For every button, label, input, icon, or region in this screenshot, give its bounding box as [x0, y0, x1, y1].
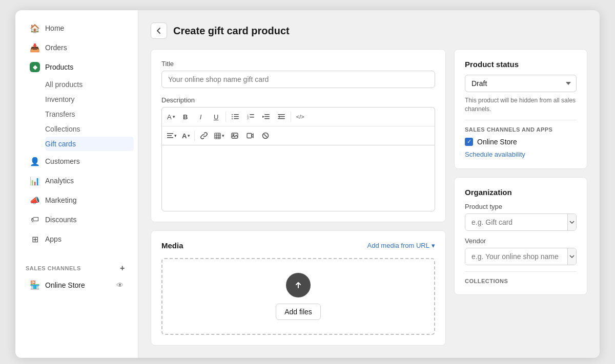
product-status-card: Product status Draft Active This product…	[454, 49, 587, 169]
online-store-label: Online Store	[45, 281, 85, 289]
svg-rect-13	[278, 114, 285, 115]
sidebar-apps-label: Apps	[45, 235, 61, 243]
rte-video-button[interactable]	[243, 129, 257, 143]
sidebar-discounts-label: Discounts	[45, 216, 76, 224]
discounts-icon: 🏷	[30, 215, 40, 225]
upload-icon	[286, 273, 311, 297]
sidebar-item-all-products[interactable]: All products	[45, 77, 134, 92]
title-description-card: Title Description A ▾ B I	[151, 49, 446, 222]
vendor-input[interactable]	[465, 248, 567, 265]
sidebar-item-online-store[interactable]: 🏪 Online Store 👁	[19, 277, 134, 293]
status-help-text: This product will be hidden from all sal…	[465, 96, 577, 114]
svg-rect-19	[215, 133, 220, 139]
rte-image-button[interactable]	[228, 129, 242, 143]
rte-indent-button[interactable]	[274, 110, 289, 124]
sidebar-item-products[interactable]: ◆ Products	[19, 58, 134, 76]
orders-icon: 📥	[30, 42, 40, 53]
main-column: Title Description A ▾ B I	[151, 49, 446, 346]
sidebar-item-customers[interactable]: 👤 Customers	[19, 152, 134, 170]
svg-rect-15	[278, 118, 285, 119]
add-media-from-url-button[interactable]: Add media from URL ▾	[367, 242, 435, 249]
svg-point-25	[233, 134, 235, 136]
svg-rect-5	[234, 118, 239, 119]
home-icon: 🏠	[30, 23, 40, 33]
rte-table-button[interactable]: ▾	[212, 129, 227, 143]
sidebar-item-inventory[interactable]: Inventory	[45, 92, 134, 106]
product-type-field	[465, 213, 577, 231]
description-field-label: Description	[161, 96, 435, 104]
sidebar-customers-label: Customers	[45, 157, 80, 165]
sidebar-home-label: Home	[45, 24, 64, 32]
apps-icon: ⊞	[30, 234, 40, 244]
product-type-stepper[interactable]	[567, 214, 576, 230]
svg-rect-2	[232, 116, 233, 117]
svg-rect-10	[264, 114, 270, 115]
product-status-title: Product status	[465, 60, 577, 69]
divider-1	[465, 120, 577, 120]
rte-bold-button[interactable]: B	[178, 110, 193, 124]
analytics-icon: 📊	[30, 176, 40, 186]
sidebar-item-apps[interactable]: ⊞ Apps	[19, 230, 134, 248]
svg-rect-1	[234, 114, 239, 115]
sales-channels-section: SALES CHANNELS +	[15, 257, 138, 276]
rte-body[interactable]	[161, 145, 435, 211]
rte-divider-2	[291, 112, 291, 122]
sidebar-item-gift-cards[interactable]: Gift cards	[45, 137, 134, 151]
app-frame: 🏠 Home 📥 Orders ◆ Products All products …	[15, 10, 600, 358]
product-type-input[interactable]	[465, 214, 567, 230]
svg-rect-18	[167, 137, 173, 138]
media-upload-area[interactable]: Add files	[161, 258, 435, 335]
online-store-checkbox[interactable]: ✓	[465, 138, 473, 146]
svg-rect-3	[234, 116, 239, 117]
title-input[interactable]	[161, 71, 435, 88]
rte-unordered-list-button[interactable]	[228, 110, 242, 124]
add-files-button[interactable]: Add files	[276, 304, 321, 320]
status-select[interactable]: Draft Active	[465, 75, 577, 92]
vendor-stepper[interactable]	[567, 248, 576, 265]
back-button[interactable]	[151, 23, 167, 39]
rte-clear-format-button[interactable]	[258, 129, 273, 143]
store-icon: 🏪	[30, 280, 40, 290]
svg-line-28	[264, 134, 267, 137]
sales-channels-apps-label: SALES CHANNELS AND APPS	[465, 126, 577, 133]
svg-rect-0	[232, 114, 233, 115]
media-card-header: Media Add media from URL ▾	[161, 241, 435, 250]
rte-toolbar-row-1: A ▾ B I U 1.2.	[162, 108, 435, 126]
rte-toolbar: A ▾ B I U 1.2.	[161, 107, 435, 145]
svg-rect-12	[264, 118, 270, 119]
svg-rect-17	[167, 135, 172, 136]
rte-text-color-button[interactable]: A ▾	[180, 129, 192, 143]
svg-rect-7	[250, 114, 254, 115]
sidebar-products-label: Products	[45, 63, 73, 71]
sidebar-item-collections[interactable]: Collections	[45, 122, 134, 136]
rte-font-style-button[interactable]: A ▾	[165, 110, 177, 124]
sidebar-item-transfers[interactable]: Transfers	[45, 107, 134, 121]
page-header: Create gift card product	[151, 23, 587, 39]
rte-code-button[interactable]: </>	[293, 110, 308, 124]
side-column: Product status Draft Active This product…	[454, 49, 587, 346]
vendor-label: Vendor	[465, 237, 577, 245]
rte-italic-button[interactable]: I	[194, 110, 208, 124]
sidebar-item-discounts[interactable]: 🏷 Discounts	[19, 210, 134, 229]
rte-outdent-button[interactable]	[259, 110, 273, 124]
rte-link-button[interactable]	[197, 129, 211, 143]
rte-ordered-list-button[interactable]: 1.2.	[243, 110, 258, 124]
media-card: Media Add media from URL ▾	[151, 230, 446, 346]
organization-card: Organization Product type Vendor	[454, 177, 587, 295]
divider-2	[465, 271, 577, 272]
collections-label: COLLECTIONS	[465, 278, 577, 284]
main-content: Create gift card product Title Descripti…	[138, 10, 600, 358]
schedule-availability-link[interactable]: Schedule availability	[465, 151, 525, 158]
add-sales-channel-button[interactable]: +	[117, 263, 128, 273]
rte-underline-button[interactable]: U	[209, 110, 223, 124]
sidebar-item-orders[interactable]: 📥 Orders	[19, 38, 134, 57]
sidebar-item-analytics[interactable]: 📊 Analytics	[19, 172, 134, 190]
sidebar-analytics-label: Analytics	[45, 177, 74, 185]
svg-rect-4	[232, 118, 233, 119]
sidebar-marketing-label: Marketing	[45, 196, 76, 204]
vendor-field	[465, 248, 577, 265]
rte-align-button[interactable]: ▾	[165, 129, 179, 143]
svg-rect-11	[264, 116, 270, 117]
sidebar-item-home[interactable]: 🏠 Home	[19, 19, 134, 37]
sidebar-item-marketing[interactable]: 📣 Marketing	[19, 191, 134, 209]
